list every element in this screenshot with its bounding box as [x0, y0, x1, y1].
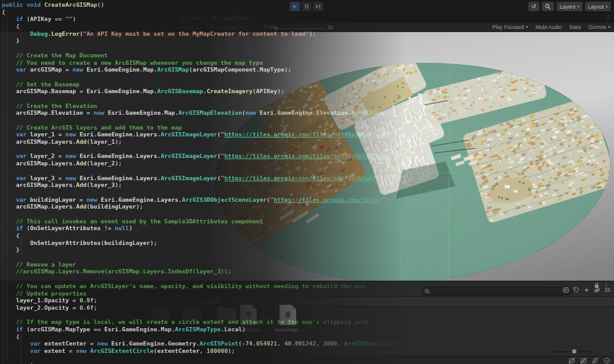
code-line: // This call invokes an event used by th… — [2, 218, 614, 225]
code-line: // Create the Elevation — [2, 102, 614, 110]
code-line — [2, 275, 614, 283]
code-editor[interactable]: public void CreateArcGISMap(){ if (APIKe… — [0, 0, 614, 364]
code-line — [2, 189, 614, 196]
code-line — [2, 355, 614, 362]
code-line: if (APIKey == "") — [2, 15, 614, 23]
code-line: arcGISMap.Layers.Add(layer_1); — [2, 138, 614, 146]
code-line: var layer_1 = new Esri.GameEngine.Layers… — [2, 131, 614, 138]
code-line — [2, 44, 614, 52]
code-line — [2, 167, 614, 175]
code-line: layer_1.Opacity = 0.9f; — [2, 297, 614, 304]
code-line: arcGISMap.Layers.Add(layer_3); — [2, 181, 614, 189]
code-line: // Remove a layer — [2, 261, 614, 268]
code-line: { — [2, 9, 614, 16]
code-line: var buildingLayer = new Esri.GameEngine.… — [2, 196, 614, 204]
code-line: try — [2, 362, 614, 364]
code-line: layer_2.Opacity = 0.6f; — [2, 304, 614, 312]
code-line: if (arcGISMap.MapType == Esri.GameEngine… — [2, 326, 614, 333]
code-line: arcGISMap.Layers.Add(buildingLayer); — [2, 203, 614, 210]
screenshot-root: ↺ Layers ▾ Layout ▾ Game — [0, 0, 614, 364]
indent-guide — [21, 238, 22, 254]
code-line: } — [2, 246, 614, 254]
indent-guide — [7, 10, 7, 360]
code-line: var layer_3 = new Esri.GameEngine.Layers… — [2, 175, 614, 182]
code-line: public void CreateArcGISMap() — [2, 1, 614, 9]
code-line: // You can update an ArcGISLayer's name,… — [2, 283, 614, 290]
code-line: var arcGISMap = new Esri.GameEngine.Map.… — [2, 66, 614, 73]
code-line — [2, 254, 614, 261]
code-line: // Create ArcGIS layers and add them to … — [2, 124, 614, 131]
code-line — [2, 210, 614, 218]
code-line: { — [2, 23, 614, 30]
indent-guide — [2, 0, 3, 364]
code-line: var extentCenter = new Esri.GameEngine.G… — [2, 340, 614, 347]
code-line: { — [2, 333, 614, 341]
code-line: OnSetLayerAttributes(buildingLayer); — [2, 239, 614, 247]
code-line: arcGISMap.Elevation = new Esri.GameEngin… — [2, 109, 614, 117]
indent-guide — [21, 336, 22, 364]
code-line — [2, 117, 614, 124]
code-line: { — [2, 232, 614, 239]
code-line — [2, 95, 614, 102]
code-line: // Set the Basemap — [2, 81, 614, 88]
code-line: var layer_2 = new Esri.GameEngine.Layers… — [2, 152, 614, 160]
code-line: arcGISMap.Basemap = Esri.GameEngine.Map.… — [2, 88, 614, 95]
code-line: // You need to create a new ArcGISMap wh… — [2, 59, 614, 67]
code-line: } — [2, 37, 614, 44]
code-line: // Create the Map Document — [2, 52, 614, 59]
code-line: // If the map type is local, we will cre… — [2, 318, 614, 326]
code-line: if (OnSetLayerAttributes != null) — [2, 225, 614, 232]
code-line: arcGISMap.Layers.Add(layer_2); — [2, 160, 614, 167]
code-line: //arcGISMap.Layers.Remove(arcGISMap.Laye… — [2, 268, 614, 275]
code-editor-overlay[interactable]: public void CreateArcGISMap(){ if (APIKe… — [0, 0, 614, 364]
code-line — [2, 312, 614, 319]
code-line — [2, 73, 614, 81]
code-line: Debug.LogError("An API Key must be set o… — [2, 30, 614, 38]
code-line — [2, 146, 614, 153]
code-line: // Update properties — [2, 290, 614, 297]
code-line: var extent = new ArcGISExtentCircle(exte… — [2, 347, 614, 355]
indent-guide — [21, 25, 22, 39]
